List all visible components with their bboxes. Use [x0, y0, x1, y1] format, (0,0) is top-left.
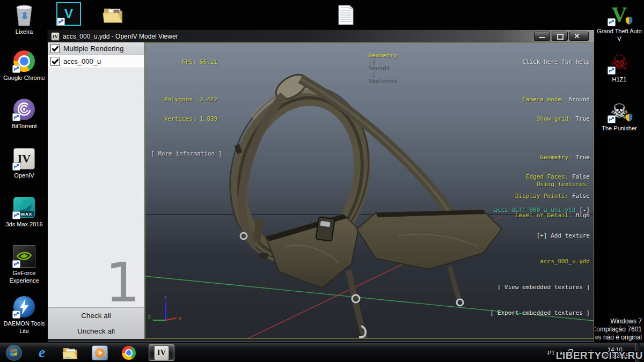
uncheck-all-button[interactable]: Uncheck all — [48, 323, 144, 339]
desktop-icon-punisher[interactable]: ☠ The Punisher — [597, 100, 642, 132]
openiv-icon: IV — [154, 345, 169, 360]
desktop-icon-gta5[interactable]: V Grand Theft Auto V — [597, 3, 642, 43]
icon-label: Google Chrome — [3, 75, 45, 82]
checkbox-checked[interactable] — [50, 44, 60, 53]
render-count-watermark: 1 — [105, 261, 140, 305]
taskbar-explorer-icon[interactable] — [62, 345, 80, 361]
minimize-button[interactable] — [534, 32, 550, 41]
recycle-bin-icon — [12, 3, 36, 27]
list-item-multiple-rendering[interactable]: Multiple Rendering — [48, 42, 144, 55]
icon-label: Grand Theft Auto V — [597, 28, 642, 43]
polygon-count: Polygons: 2.422 — [151, 97, 217, 103]
icon-label: H1Z1 — [612, 76, 627, 84]
taskbar: e IV PT ▲ — [0, 343, 644, 362]
icon-label: BitTorrent — [11, 123, 36, 130]
axis-z-label: z — [164, 294, 167, 301]
vegas-letter: V — [64, 6, 73, 21]
icon-label: Lixeira — [16, 28, 33, 36]
textures-hud: Using textures: accs_diff_000_a_uni.ytd … — [491, 163, 590, 335]
export-embedded-textures-link[interactable]: [ Export embedded textures ] — [491, 309, 590, 317]
add-texture-link[interactable]: [+] Add texture — [491, 232, 590, 240]
stats-hud: FPS: 56,21 Polygons: 2.422 Vertices: 1.8… — [151, 46, 217, 170]
view-embedded-textures-link[interactable]: [ View embedded textures ] — [491, 283, 590, 292]
desktop-icon-h1z1[interactable]: ☠ H1Z1 — [597, 51, 642, 84]
max-badge: MAX — [19, 211, 34, 217]
icon-label: 3ds Max 2016 — [5, 221, 42, 228]
icon-label: DAEMON Tools Lite — [2, 320, 47, 335]
checkbox-checked[interactable] — [50, 57, 60, 66]
libertycity-watermark: LibertyCity.Ru — [556, 350, 643, 361]
window-titlebar[interactable]: IV accs_000_u.ydd - OpenIV Model Viewer — [48, 30, 594, 42]
model-file-name: accs_000_u.ydd — [491, 257, 590, 266]
list-item-accs-000-u[interactable]: accs_000_u — [48, 55, 144, 68]
uac-shield-icon — [625, 113, 633, 124]
more-information-link[interactable]: [ More information ] — [151, 151, 217, 157]
language-indicator[interactable]: PT — [547, 350, 555, 356]
openiv-model-viewer-window: IV accs_000_u.ydd - OpenIV Model Viewer … — [47, 29, 595, 342]
tab-skeleton[interactable]: Skeleton — [369, 78, 397, 85]
fps-counter: FPS: 56,21 — [151, 59, 217, 65]
shortcut-arrow-icon — [12, 162, 20, 171]
taskbar-openiv-button-active[interactable]: IV — [149, 344, 174, 361]
openiv-logo-text: IV — [157, 348, 166, 357]
list-item-label: Multiple Rendering — [63, 45, 124, 53]
3d-viewport[interactable]: z y x FPS: 56,21 Polygons: 2.422 Vertice… — [145, 42, 594, 339]
desktop-icon-geforce[interactable]: GeForce Experience — [2, 245, 47, 285]
help-link[interactable]: Click here for help — [515, 59, 590, 65]
maximize-button[interactable] — [552, 32, 568, 41]
notepad-icon — [333, 3, 358, 27]
camera-mode-setting[interactable]: Camera mode: Around — [515, 97, 590, 103]
open-folder-icon — [101, 3, 126, 27]
desktop: V — [0, 0, 644, 362]
using-textures-header: Using textures: — [491, 180, 590, 189]
shortcut-arrow-icon — [12, 211, 20, 219]
shortcut-arrow-icon — [12, 260, 20, 268]
taskbar-chrome-icon[interactable] — [120, 345, 138, 361]
axis-x-label: x — [178, 315, 182, 322]
list-item-label: accs_000_u — [63, 57, 101, 65]
shortcut-arrow-icon — [57, 18, 65, 26]
folder-icon — [62, 346, 79, 360]
desktop-icon-daemon-tools[interactable]: DAEMON Tools Lite — [2, 295, 47, 335]
viewer-tabs: Geometry | Sounds | Skeleton — [333, 46, 397, 91]
shortcut-arrow-icon — [608, 115, 616, 123]
desktop-icon-chrome[interactable]: Google Chrome — [2, 49, 47, 82]
start-button[interactable] — [6, 345, 22, 361]
close-button[interactable] — [569, 32, 589, 41]
shortcut-arrow-icon — [608, 18, 616, 26]
holster-harness-model — [211, 70, 502, 338]
texture-entry[interactable]: accs_diff_000_a_uni.ytd [-] — [491, 206, 590, 215]
shortcut-arrow-icon — [608, 67, 616, 75]
model-list-panel: Multiple Rendering accs_000_u 1 Check al… — [48, 42, 145, 339]
desktop-icon-openiv[interactable]: IV OpenIV — [2, 147, 47, 180]
windows-logo-icon — [9, 348, 19, 358]
ie-icon: e — [39, 345, 45, 360]
geometry-setting[interactable]: Geometry: True — [515, 154, 590, 161]
desktop-icon-lixeira[interactable]: Lixeira — [2, 3, 47, 36]
desktop-icon-3dsmax[interactable]: MAX 3ds Max 2016 — [2, 196, 47, 228]
icon-label: OpenIV — [14, 172, 34, 180]
icon-label: GeForce Experience — [2, 270, 47, 285]
window-icon: IV — [51, 32, 60, 41]
chrome-icon — [122, 346, 136, 360]
window-title: accs_000_u.ydd - OpenIV Model Viewer — [63, 33, 531, 40]
axis-gizmo-icon: z y x — [148, 294, 182, 322]
taskbar-ie-icon[interactable]: e — [33, 345, 51, 361]
vertex-count: Vertices: 1.839 — [151, 116, 217, 122]
media-player-icon — [92, 345, 108, 360]
desktop-icon-notepad[interactable] — [323, 3, 368, 27]
remove-texture-link[interactable]: [-] — [579, 206, 590, 213]
desktop-icon-bittorrent[interactable]: BitTorrent — [2, 98, 47, 130]
taskbar-wmp-icon[interactable] — [91, 345, 109, 361]
shortcut-arrow-icon — [12, 65, 20, 73]
shortcut-arrow-icon — [12, 311, 20, 319]
desktop-icon-vegas[interactable]: V — [46, 2, 91, 26]
check-all-button[interactable]: Check all — [48, 308, 144, 323]
axis-y-label: y — [148, 313, 151, 320]
shortcut-arrow-icon — [12, 113, 20, 121]
openiv-logo-text: IV — [53, 34, 58, 39]
uac-shield-icon — [625, 16, 633, 27]
icon-label: The Punisher — [602, 125, 636, 132]
desktop-icon-folder[interactable] — [91, 3, 136, 27]
show-grid-setting[interactable]: Show grid: True — [515, 116, 590, 122]
